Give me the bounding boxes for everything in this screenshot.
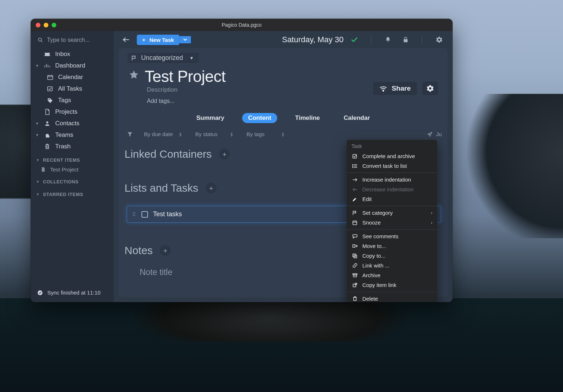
sidebar-label: Trash: [55, 143, 71, 150]
recent-item[interactable]: Test Project: [31, 165, 114, 174]
section-title: Lists and Tasks: [125, 182, 198, 194]
filter-tags[interactable]: By tags ▲▼: [242, 130, 289, 139]
comment-icon: [352, 234, 358, 239]
add-note-button[interactable]: ＋: [160, 245, 171, 256]
ctx-see-comments[interactable]: See comments: [346, 231, 437, 241]
filter-due-date[interactable]: By due date ▲▼: [140, 130, 187, 139]
ctx-link-with[interactable]: Link with ...: [346, 261, 437, 270]
sort-icon: ▲▼: [281, 132, 285, 137]
context-menu-title: Task: [346, 142, 437, 151]
sidebar-label: Projects: [55, 108, 77, 116]
filter-label: By tags: [246, 131, 265, 137]
close-window-button[interactable]: [36, 23, 40, 27]
bell-icon[interactable]: [381, 34, 394, 45]
ctx-move-to[interactable]: Move to...: [346, 241, 437, 251]
sync-status: Sync finished at 11:10: [31, 284, 114, 302]
new-task-dropdown[interactable]: [179, 36, 191, 43]
tab-summary[interactable]: Summary: [191, 113, 230, 123]
jump-label: Ju: [436, 131, 442, 137]
sidebar-section-collections[interactable]: ▼ COLLECTIONS: [31, 174, 114, 187]
sidebar-label: Inbox: [55, 51, 70, 58]
search-field-container[interactable]: [31, 35, 114, 48]
search-input[interactable]: [47, 37, 107, 43]
svg-point-27: [352, 166, 353, 166]
chevron-down-icon: ▼: [35, 64, 39, 68]
ctx-snooze[interactable]: Snooze ›: [346, 218, 437, 227]
sidebar-item-teams[interactable]: ▼ Teams: [31, 129, 114, 141]
category-chip[interactable]: Uncategorized ▼: [127, 53, 199, 63]
tab-content[interactable]: Content: [242, 113, 277, 123]
tab-calendar[interactable]: Calendar: [338, 113, 376, 123]
sidebar-label: Contacts: [55, 120, 79, 127]
ctx-copy-to[interactable]: Copy to...: [346, 251, 437, 261]
link-icon: [352, 263, 358, 268]
inbox-icon: [44, 52, 51, 57]
minimize-window-button[interactable]: [44, 23, 48, 27]
project-settings-button[interactable]: [422, 82, 438, 95]
sidebar-section-starred[interactable]: ▼ STARRED ITEMS: [31, 187, 114, 199]
share-button[interactable]: Share: [373, 82, 417, 95]
titlebar: Pagico Data.pgco: [31, 19, 453, 31]
copy-icon: [352, 253, 358, 258]
lock-icon[interactable]: [400, 34, 412, 45]
archive-icon: [352, 273, 358, 278]
new-task-split-button: ＋ New Task: [137, 35, 191, 45]
svg-rect-11: [48, 87, 52, 91]
add-linked-container-button[interactable]: ＋: [219, 149, 230, 160]
add-list-task-button[interactable]: ＋: [206, 183, 217, 193]
filter-icon[interactable]: [125, 130, 135, 138]
sidebar-section-recent[interactable]: ▼ RECENT ITEMS: [31, 152, 114, 165]
divider: [371, 36, 371, 44]
ctx-label: Copy item link: [362, 282, 396, 288]
chevron-down-icon: ▼: [35, 133, 39, 137]
menu-separator: [346, 206, 437, 206]
task-context-menu: Task Complete and archive Convert task t…: [346, 140, 437, 302]
sidebar-item-dashboard[interactable]: ▼ Dashboard: [31, 60, 114, 71]
ctx-copy-item-link[interactable]: Copy item link: [346, 280, 437, 290]
jump-to[interactable]: Ju: [427, 131, 442, 137]
ctx-label: Delete: [362, 296, 378, 302]
trash-icon: [44, 143, 51, 150]
ctx-delete[interactable]: Delete: [346, 294, 437, 302]
sidebar-item-tags[interactable]: Tags: [31, 95, 114, 106]
gear-icon[interactable]: [432, 34, 446, 45]
ctx-archive[interactable]: Archive: [346, 270, 437, 280]
new-task-button[interactable]: ＋ New Task: [137, 35, 179, 45]
chevron-down-icon: ▼: [36, 158, 40, 162]
task-checkbox[interactable]: [141, 211, 148, 218]
flag-icon: [352, 210, 358, 215]
svg-point-0: [38, 38, 42, 41]
chevron-down-icon: ▼: [36, 192, 40, 196]
ctx-complete-archive[interactable]: Complete and archive: [346, 151, 437, 161]
ctx-edit[interactable]: Edit: [346, 194, 437, 204]
svg-point-13: [46, 121, 48, 123]
ctx-increase-indent[interactable]: Increase indentation: [346, 175, 437, 184]
add-tags[interactable]: Add tags...: [147, 98, 448, 104]
tab-timeline[interactable]: Timeline: [289, 113, 326, 123]
project-title[interactable]: Test Project: [145, 67, 226, 86]
wifi-icon: [379, 85, 387, 92]
new-task-label: New Task: [149, 37, 174, 43]
sidebar-item-contacts[interactable]: ▼ Contacts: [31, 118, 114, 129]
ctx-label: Increase indentation: [362, 177, 411, 183]
back-button[interactable]: [120, 35, 132, 45]
external-link-icon: [352, 283, 358, 288]
filter-status[interactable]: By status ▲▼: [191, 130, 238, 139]
drag-handle-icon[interactable]: ⠿: [132, 212, 136, 217]
sidebar-item-inbox[interactable]: Inbox: [31, 48, 114, 60]
sidebar-item-projects[interactable]: Projects: [31, 106, 114, 118]
sidebar-item-trash[interactable]: Trash: [31, 141, 114, 152]
sidebar-label: All Tasks: [58, 85, 82, 92]
chevron-right-icon: ›: [431, 210, 432, 215]
ctx-set-category[interactable]: Set category ›: [346, 208, 437, 218]
menu-separator: [346, 229, 437, 230]
ctx-label: Copy to...: [362, 253, 385, 259]
ctx-convert-to-list[interactable]: Convert task to list: [346, 161, 437, 171]
arrow-right-icon: [352, 178, 358, 182]
menu-separator: [346, 292, 437, 292]
zoom-window-button[interactable]: [52, 23, 56, 27]
sidebar-item-all-tasks[interactable]: All Tasks: [31, 83, 114, 95]
star-icon[interactable]: [129, 70, 139, 80]
location-arrow-icon: [427, 132, 432, 137]
sidebar-item-calendar[interactable]: Calendar: [31, 71, 114, 83]
